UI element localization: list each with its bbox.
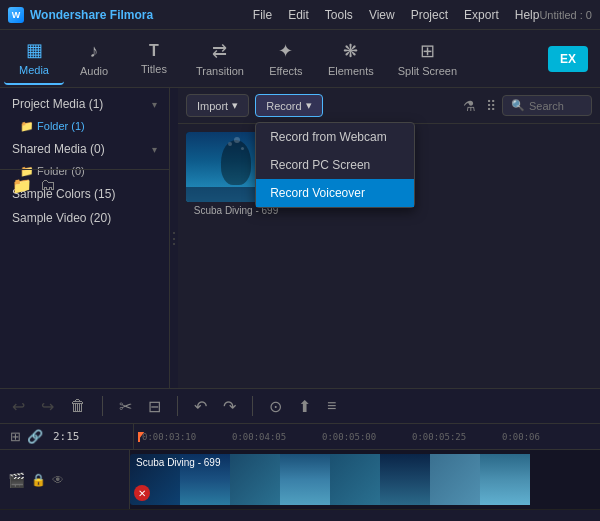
titles-icon: T [149, 42, 159, 60]
search-input[interactable] [529, 100, 599, 112]
film-frame-7 [430, 454, 480, 505]
ruler-mark-3: 0:00:05:25 [412, 432, 502, 442]
toolbar-elements[interactable]: ❋ Elements [316, 33, 386, 85]
media-panel: Import ▾ Record ▾ Record from Webcam Rec… [178, 88, 600, 388]
media-icon: ▦ [26, 39, 43, 61]
menu-file[interactable]: File [253, 8, 272, 22]
menu-project[interactable]: Project [411, 8, 448, 22]
ruler-mark-2: 0:00:05:00 [322, 432, 412, 442]
record-button[interactable]: Record ▾ [255, 94, 322, 117]
toolbar-audio[interactable]: ♪ Audio [64, 33, 124, 85]
toolbar-effects-label: Effects [269, 65, 302, 77]
elements-icon: ❋ [343, 40, 358, 62]
search-icon: 🔍 [511, 99, 525, 112]
search-box[interactable]: 🔍 [502, 95, 592, 116]
undo-button[interactable]: ↩ [8, 395, 29, 418]
media-toolbar: Import ▾ Record ▾ Record from Webcam Rec… [178, 88, 600, 124]
record-label: Record [266, 100, 301, 112]
color-button[interactable]: ⊙ [265, 395, 286, 418]
new-folder-icon[interactable]: 📁 [12, 176, 32, 195]
film-frame-5 [330, 454, 380, 505]
toolbar-media[interactable]: ▦ Media [4, 33, 64, 85]
sidebar-project-media-label: Project Media (1) [12, 97, 103, 111]
toolbar-effects[interactable]: ✦ Effects [256, 33, 316, 85]
export-clip-button[interactable]: ⬆ [294, 395, 315, 418]
ruler-mark-0: 0:00:03:10 [142, 432, 232, 442]
film-frame-6 [380, 454, 430, 505]
toolbar-titles-label: Titles [141, 63, 167, 75]
menu-help[interactable]: Help [515, 8, 540, 22]
toolbar-split-screen[interactable]: ⊞ Split Screen [386, 33, 469, 85]
clip-delete-button[interactable]: ✕ [134, 485, 150, 501]
toolbar-elements-label: Elements [328, 65, 374, 77]
ruler-marks: 0:00:03:10 0:00:04:05 0:00:05:00 0:00:05… [142, 432, 592, 442]
transition-icon: ⇄ [212, 40, 227, 62]
add-track-icon[interactable]: ⊞ [10, 429, 21, 444]
menu-export[interactable]: Export [464, 8, 499, 22]
toolbar-audio-label: Audio [80, 65, 108, 77]
app-logo: W Wondershare Filmora [8, 7, 253, 23]
crop-button[interactable]: ⊟ [144, 395, 165, 418]
toolbar-transition[interactable]: ⇄ Transition [184, 33, 256, 85]
sidebar: Project Media (1) ▾ 📁 Folder (1) Shared … [0, 88, 170, 388]
record-dropdown-container: Record ▾ Record from Webcam Record PC Sc… [255, 94, 322, 117]
sidebar-folder-1[interactable]: 📁 Folder (1) [0, 116, 169, 137]
dropdown-voiceover[interactable]: Record Voiceover [256, 179, 414, 207]
bubble-1 [228, 142, 232, 146]
delete-clip-button[interactable]: 🗑 [66, 395, 90, 417]
logo-icon: W [8, 7, 24, 23]
menu-tools[interactable]: Tools [325, 8, 353, 22]
menu-edit[interactable]: Edit [288, 8, 309, 22]
main-toolbar: ▦ Media ♪ Audio T Titles ⇄ Transition ✦ … [0, 30, 600, 88]
video-track-label: 🎬 🔒 👁 [0, 450, 130, 509]
effects-icon: ✦ [278, 40, 293, 62]
link-icon[interactable]: 🔗 [27, 429, 43, 444]
settings-button[interactable]: ≡ [323, 395, 340, 417]
redo-button[interactable]: ↪ [37, 395, 58, 418]
toolbar-titles[interactable]: T Titles [124, 33, 184, 85]
rotate-right-button[interactable]: ↷ [219, 395, 240, 418]
playhead-triangle [138, 432, 145, 439]
split-screen-icon: ⊞ [420, 40, 435, 62]
timeline: ⊞ 🔗 2:15 0:00:03:10 0:00:04:05 0:00:05:0… [0, 424, 600, 510]
toolbar-media-label: Media [19, 64, 49, 76]
separator-3 [252, 396, 253, 416]
sidebar-folder-1-label: Folder (1) [37, 120, 85, 132]
rotate-left-button[interactable]: ↶ [190, 395, 211, 418]
menu-bar: File Edit Tools View Project Export Help [253, 8, 540, 22]
import-label: Import [197, 100, 228, 112]
main-area: Project Media (1) ▾ 📁 Folder (1) Shared … [0, 88, 600, 388]
record-dropdown-menu: Record from Webcam Record PC Screen Reco… [255, 122, 415, 208]
cut-button[interactable]: ✂ [115, 395, 136, 418]
sidebar-sample-video[interactable]: Sample Video (20) [0, 206, 169, 230]
import-chevron-icon: ▾ [232, 99, 238, 112]
delete-folder-icon[interactable]: 🗂 [40, 176, 56, 195]
diver-shape [221, 140, 251, 185]
dropdown-webcam[interactable]: Record from Webcam [256, 123, 414, 151]
panel-divider[interactable] [170, 88, 178, 388]
film-frame-3 [230, 454, 280, 505]
filter-icon[interactable]: ⚗ [463, 98, 476, 114]
track-eye-icon[interactable]: 👁 [52, 473, 64, 487]
sidebar-shared-media[interactable]: Shared Media (0) ▾ [0, 137, 169, 161]
sidebar-project-media[interactable]: Project Media (1) ▾ [0, 92, 169, 116]
import-button[interactable]: Import ▾ [186, 94, 249, 117]
timeline-header: ⊞ 🔗 2:15 0:00:03:10 0:00:04:05 0:00:05:0… [0, 424, 600, 450]
export-button[interactable]: EX [548, 46, 588, 72]
time-display: 2:15 [53, 430, 80, 443]
film-frame-4 [280, 454, 330, 505]
track-lock-icon[interactable]: 🔒 [31, 473, 46, 487]
video-clip[interactable]: Scuba Diving - 699 ✕ [130, 454, 600, 505]
dropdown-pc-screen[interactable]: Record PC Screen [256, 151, 414, 179]
menu-view[interactable]: View [369, 8, 395, 22]
video-track-icon: 🎬 [8, 472, 25, 488]
grid-view-icon[interactable]: ⠿ [486, 98, 496, 114]
bubble-2 [234, 137, 240, 143]
clip-label: Scuba Diving - 699 [136, 457, 221, 468]
sidebar-shared-media-label: Shared Media (0) [12, 142, 105, 156]
film-frame-8 [480, 454, 530, 505]
app-name: Wondershare Filmora [30, 8, 153, 22]
toolbar-transition-label: Transition [196, 65, 244, 77]
playhead [138, 432, 140, 442]
separator-2 [177, 396, 178, 416]
